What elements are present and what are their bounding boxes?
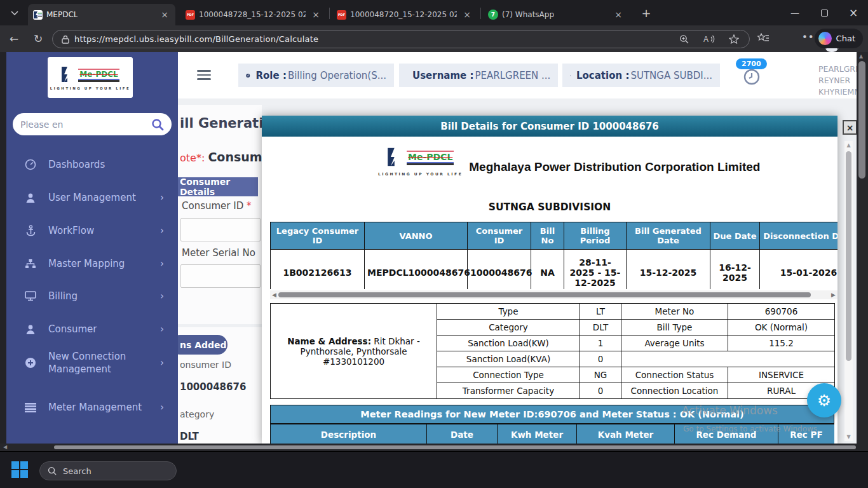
tab-whatsapp[interactable]: 7 (7) WhatsApp × bbox=[483, 4, 629, 25]
bill-table-horizontal-scrollbar[interactable]: ◀ ▶ bbox=[270, 290, 837, 299]
start-button[interactable] bbox=[11, 461, 28, 478]
tab-close-icon[interactable]: × bbox=[613, 9, 624, 20]
col-header: Date bbox=[427, 424, 498, 445]
activate-windows-watermark: Activate Windows bbox=[682, 404, 778, 417]
tab-mepdcl[interactable]: MEPDCL × bbox=[28, 4, 175, 25]
gear-icon: ⚙ bbox=[817, 391, 831, 410]
sidebar-search[interactable] bbox=[13, 113, 172, 135]
scrollbar-thumb[interactable] bbox=[278, 292, 811, 297]
chevron-right-icon: › bbox=[160, 192, 164, 203]
scroll-up-arrow[interactable]: ▲ bbox=[844, 142, 853, 148]
tab-divider bbox=[480, 8, 481, 19]
role-label: Role : bbox=[256, 70, 287, 81]
sidebar-item-new-connection-management[interactable]: New Connection Management › bbox=[6, 346, 178, 379]
search-icon bbox=[48, 466, 57, 476]
cell: LT bbox=[580, 304, 621, 320]
scrollbar-thumb[interactable] bbox=[858, 61, 865, 179]
sidebar-item-label: Billing bbox=[48, 290, 78, 302]
result-consumer-id: 1000048676 bbox=[180, 381, 246, 393]
favorites-collections-icon[interactable] bbox=[757, 33, 770, 44]
col-header: Description bbox=[271, 424, 427, 445]
col-header: VANNO bbox=[365, 222, 468, 250]
tab-pdf-2[interactable]: PDF 1000048720_15-12-2025 02_08_32 × bbox=[332, 4, 478, 25]
browser-horizontal-scrollbar[interactable]: ◀ bbox=[0, 444, 868, 451]
activate-windows-watermark-sub: Go to Settings to activate Windows. bbox=[683, 424, 820, 433]
anchor-icon bbox=[24, 225, 37, 236]
window-minimize-button[interactable]: — bbox=[780, 0, 810, 25]
browser-vertical-scrollbar[interactable]: ▲ bbox=[857, 52, 868, 444]
window-maximize-button[interactable] bbox=[810, 0, 839, 25]
taskbar-search[interactable]: Search bbox=[39, 461, 177, 480]
modal-vertical-scrollbar[interactable]: ▲ ▼ bbox=[844, 141, 853, 441]
pdf-icon: PDF bbox=[186, 10, 195, 20]
search-icon[interactable] bbox=[151, 118, 164, 131]
company-name: Meghalaya Power Distribution Corporation… bbox=[469, 160, 760, 174]
bill-summary-table-wrap: Legacy Consumer ID VANNO Consumer ID Bil… bbox=[270, 222, 837, 289]
logo-tagline: LIGHTING UP YOUR LIFE bbox=[50, 86, 131, 90]
col-header: Kvah Meter bbox=[577, 424, 675, 445]
bill-details-modal: Bill Details for Consumer ID 1000048676 … bbox=[262, 116, 837, 445]
modal-close-button[interactable]: × bbox=[843, 120, 857, 135]
consumers-added-pill: ns Added bbox=[170, 335, 227, 355]
scroll-left-arrow[interactable]: ◀ bbox=[3, 444, 7, 450]
result-category: DLT bbox=[180, 431, 199, 442]
tab-actions-menu-button[interactable] bbox=[6, 6, 23, 20]
consumer-id-label: Consumer ID * bbox=[182, 200, 252, 212]
session-clock-icon[interactable] bbox=[743, 69, 760, 85]
meter-serial-input[interactable] bbox=[180, 264, 261, 288]
settings-fab[interactable]: ⚙ bbox=[807, 383, 841, 417]
sidebar-item-label: Consumer bbox=[48, 323, 97, 336]
scroll-down-arrow[interactable]: ▼ bbox=[844, 434, 853, 440]
col-header: Legacy Consumer ID bbox=[271, 222, 365, 250]
mepdcl-bolt-icon bbox=[61, 65, 75, 83]
note-label: ote*: bbox=[180, 152, 205, 164]
user-icon bbox=[24, 193, 37, 203]
sidebar-item-dashboards[interactable]: Dashboards bbox=[6, 156, 178, 173]
tab-close-icon[interactable]: × bbox=[461, 9, 473, 20]
refresh-icon[interactable]: ↻ bbox=[29, 32, 47, 45]
sidebar-item-label: Meter Management bbox=[48, 401, 142, 414]
chat-label: Chat bbox=[836, 34, 855, 43]
new-tab-button[interactable]: + bbox=[638, 5, 654, 20]
scrollbar-thumb[interactable] bbox=[846, 151, 851, 361]
location-building-icon bbox=[570, 69, 571, 83]
sidebar-item-workflow[interactable]: WorkFlow › bbox=[6, 222, 178, 239]
sidebar-item-meter-management[interactable]: Meter Management › bbox=[6, 399, 178, 416]
zoom-icon[interactable] bbox=[679, 34, 689, 44]
result-category-label: ategory bbox=[180, 409, 214, 419]
tab-close-icon[interactable]: × bbox=[159, 9, 170, 20]
scroll-left-arrow[interactable]: ◀ bbox=[272, 292, 276, 298]
sidebar-item-consumer[interactable]: Consumer › bbox=[6, 321, 178, 337]
modal-logo: Me-PDCL LIGHTING UP YOUR LIFE bbox=[378, 146, 463, 176]
tab-close-icon[interactable]: × bbox=[310, 9, 322, 20]
favorite-star-icon[interactable] bbox=[729, 34, 739, 44]
scrollbar-thumb[interactable] bbox=[54, 445, 856, 449]
copilot-chat-button[interactable]: Chat bbox=[815, 29, 863, 48]
cell: 16-12-2025 bbox=[710, 250, 760, 290]
scroll-right-arrow[interactable]: ▶ bbox=[831, 292, 836, 298]
cell: DLT bbox=[580, 320, 621, 336]
sidebar-toggle-button[interactable] bbox=[197, 67, 211, 83]
cell: Connection Location bbox=[621, 383, 728, 399]
col-header: Billing Period bbox=[564, 222, 627, 250]
sidebar-item-billing[interactable]: Billing › bbox=[6, 288, 178, 304]
cell: NG bbox=[580, 367, 621, 383]
sidebar-item-label: New Connection Management bbox=[48, 350, 144, 376]
consumer-id-input[interactable] bbox=[180, 218, 261, 241]
back-icon[interactable]: ← bbox=[5, 32, 23, 45]
mepdcl-logo-text: Me-PDCL bbox=[407, 151, 454, 163]
sidebar-item-label: Dashboards bbox=[48, 158, 105, 171]
cell: 0 bbox=[580, 383, 621, 399]
role-value: Billing Operation(S... bbox=[288, 70, 386, 81]
sidebar-item-user-management[interactable]: User Management › bbox=[6, 189, 178, 206]
tab-pdf-1[interactable]: PDF 1000048728_15-12-2025 02_10_54 × bbox=[180, 4, 327, 25]
cell: 0 bbox=[580, 351, 621, 367]
scroll-up-arrow[interactable]: ▲ bbox=[859, 53, 863, 59]
window-close-button[interactable]: × bbox=[839, 0, 868, 25]
sidebar-search-input[interactable] bbox=[20, 119, 151, 130]
sidebar-item-master-mapping[interactable]: Master Mapping › bbox=[6, 255, 178, 272]
url-field[interactable]: https://mepdcl.ubs.ieasybill.com/BillGen… bbox=[52, 30, 750, 48]
profile-name: PEARLGRE REYNER KHYRIEMM bbox=[818, 64, 861, 98]
read-aloud-icon[interactable]: A bbox=[703, 34, 715, 44]
col-header: Due Date bbox=[710, 222, 760, 250]
